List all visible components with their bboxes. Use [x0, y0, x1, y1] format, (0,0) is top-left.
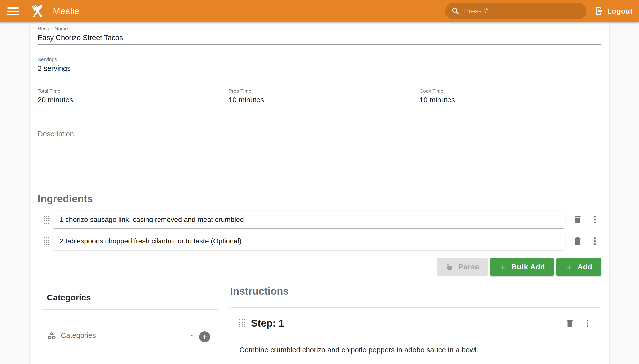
delete-step-button[interactable] — [565, 318, 575, 328]
trash-icon — [573, 215, 583, 225]
step-menu-button[interactable] — [583, 319, 592, 328]
logout-label: Logout — [607, 7, 632, 16]
time-fields-row: Total Time 20 minutes Prep Time 10 minut… — [38, 88, 601, 107]
ingredient-menu-button[interactable] — [588, 215, 601, 225]
ingredients-list: 1 chorizo sausage link, casing removed a… — [38, 211, 601, 250]
categories-divider — [43, 310, 218, 310]
shapes-icon — [47, 330, 56, 340]
menu-icon[interactable] — [8, 6, 19, 16]
plus-icon — [201, 333, 208, 340]
servings-field[interactable]: Servings 2 servings — [38, 56, 601, 75]
categories-select-label: Categories — [61, 331, 96, 340]
step-title: Step: 1 — [251, 318, 284, 329]
ingredient-actions: Parse Bulk Add Add — [38, 258, 601, 276]
cook-time-label: Cook Time — [419, 88, 601, 94]
instructions-heading: Instructions — [230, 285, 601, 298]
description-field[interactable]: Description — [38, 129, 601, 184]
trash-icon — [565, 318, 575, 328]
prep-time-label: Prep Time — [229, 88, 411, 94]
search-icon — [451, 7, 460, 16]
apple-icon — [446, 263, 454, 271]
categories-select[interactable]: Categories — [47, 330, 196, 348]
caret-down-icon[interactable] — [188, 331, 196, 339]
kebab-icon — [583, 319, 592, 328]
drag-handle-icon[interactable] — [239, 319, 245, 328]
search-placeholder: Press '/' — [464, 7, 489, 15]
parse-label: Parse — [458, 263, 479, 271]
servings-value[interactable]: 2 servings — [38, 62, 601, 75]
cook-time-field[interactable]: Cook Time 10 minutes — [419, 88, 601, 107]
app-title: Mealie — [53, 6, 79, 16]
ingredients-heading: Ingredients — [38, 192, 601, 205]
description-label: Description — [38, 129, 601, 139]
instruction-step-card: Step: 1 Combine crumbled chorizo and chi… — [230, 308, 601, 364]
servings-label: Servings — [38, 56, 601, 62]
recipe-editor-card: Recipe Name Easy Chorizo Street Tacos Se… — [30, 22, 609, 364]
drag-handle-icon[interactable] — [44, 216, 49, 224]
description-value[interactable] — [38, 139, 601, 183]
ingredient-input[interactable]: 1 chorizo sausage link, casing removed a… — [53, 211, 565, 228]
add-label: Add — [578, 263, 592, 271]
add-category-button[interactable] — [199, 331, 210, 342]
categories-select-row: Categories — [47, 330, 213, 348]
delete-ingredient-button[interactable] — [570, 236, 585, 246]
prep-time-value[interactable]: 10 minutes — [229, 94, 411, 107]
drag-handle-icon[interactable] — [44, 237, 49, 245]
instructions-column: Instructions Step: 1 — [227, 285, 601, 364]
categories-title: Categories — [38, 285, 222, 310]
mealie-logo-icon — [30, 3, 46, 20]
cook-time-value[interactable]: 10 minutes — [419, 94, 601, 107]
app-header: Mealie Press '/' Logout — [0, 0, 639, 22]
recipe-name-label: Recipe Name — [38, 26, 601, 32]
total-time-value[interactable]: 20 minutes — [38, 94, 220, 107]
parse-button[interactable]: Parse — [437, 258, 488, 276]
recipe-name-value[interactable]: Easy Chorizo Street Tacos — [38, 32, 601, 44]
bulk-add-label: Bulk Add — [511, 263, 545, 271]
delete-ingredient-button[interactable] — [570, 215, 585, 225]
categories-column: Categories Categories — [38, 285, 223, 364]
ingredient-row: 1 chorizo sausage link, casing removed a… — [38, 211, 601, 228]
bulk-add-button[interactable]: Bulk Add — [490, 258, 554, 276]
kebab-icon — [590, 215, 600, 225]
prep-time-field[interactable]: Prep Time 10 minutes — [229, 88, 411, 107]
kebab-icon — [590, 236, 600, 246]
lower-section: Categories Categories — [38, 285, 601, 364]
ingredient-input[interactable]: 2 tablespoons chopped fresh cilantro, or… — [53, 232, 565, 250]
step-text[interactable]: Combine crumbled chorizo and chipotle pe… — [239, 344, 592, 355]
total-time-label: Total Time — [38, 88, 220, 94]
ingredient-row: 2 tablespoons chopped fresh cilantro, or… — [38, 232, 601, 250]
recipe-name-field[interactable]: Recipe Name Easy Chorizo Street Tacos — [38, 22, 601, 45]
ingredient-menu-button[interactable] — [588, 236, 601, 246]
trash-icon — [573, 236, 583, 246]
logout-button[interactable]: Logout — [595, 7, 632, 16]
plus-icon — [565, 263, 573, 271]
categories-card: Categories Categories — [38, 285, 223, 364]
step-header: Step: 1 — [239, 318, 592, 329]
add-ingredient-button[interactable]: Add — [556, 258, 601, 276]
search-input[interactable]: Press '/' — [445, 3, 586, 20]
total-time-field[interactable]: Total Time 20 minutes — [38, 88, 220, 107]
plus-icon — [499, 263, 507, 271]
logout-icon — [595, 7, 604, 16]
